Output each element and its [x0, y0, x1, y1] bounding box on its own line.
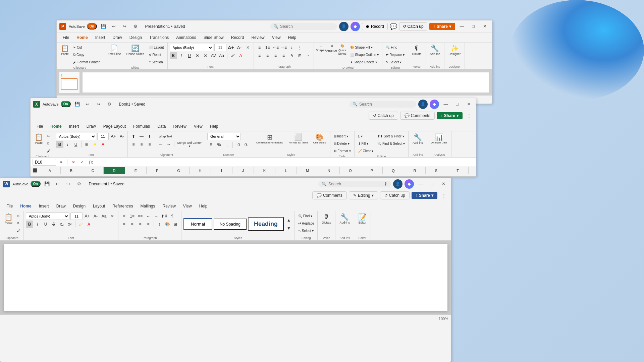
- excel-customize-btn[interactable]: ⚙: [105, 101, 114, 108]
- word-maximize-btn[interactable]: □: [427, 180, 437, 188]
- ppt-menu-transitions[interactable]: Transitions: [146, 34, 172, 41]
- excel-cellstyles-btn[interactable]: 🎨 Cell Styles: [311, 133, 328, 145]
- word-replace-btn[interactable]: ⇄ Replace: [297, 220, 315, 227]
- excel-decfont-btn[interactable]: A-: [118, 133, 125, 140]
- ppt-shadow-btn[interactable]: S: [202, 52, 209, 59]
- word-menu-design[interactable]: Design: [70, 202, 89, 210]
- word-menu-help[interactable]: Help: [196, 202, 211, 210]
- excel-col-J[interactable]: J: [232, 167, 254, 174]
- word-copilot-icon[interactable]: ◆: [405, 179, 414, 189]
- excel-search-box[interactable]: 🔍: [349, 101, 416, 108]
- ppt-designer-btn[interactable]: ✨ Designer: [446, 44, 463, 57]
- word-menu-layout[interactable]: Layout: [90, 202, 108, 210]
- ppt-copilot-icon[interactable]: ◆: [351, 22, 360, 31]
- excel-menu-draw[interactable]: Draw: [83, 123, 99, 130]
- word-dictate-btn[interactable]: 🎙 Dictate: [320, 213, 333, 225]
- ppt-layout-btn[interactable]: ⬜ Layout: [148, 44, 165, 51]
- word-strikethrough-btn[interactable]: S: [50, 221, 57, 228]
- word-minimize-btn[interactable]: —: [416, 180, 425, 188]
- word-menu-file[interactable]: File: [3, 202, 16, 210]
- word-incindt-btn[interactable]: →: [153, 213, 160, 220]
- excel-inc-decimal-btn[interactable]: .0: [234, 141, 242, 148]
- word-addins-btn[interactable]: 🔧 Add-ins: [337, 213, 352, 225]
- ppt-save-btn[interactable]: 💾: [99, 23, 108, 30]
- ppt-search-box[interactable]: 🔍: [270, 23, 337, 30]
- ppt-menu-home[interactable]: Home: [73, 34, 91, 41]
- ppt-section-btn[interactable]: ≡ Section: [148, 59, 165, 65]
- excel-copy-btn[interactable]: ⧉: [46, 140, 52, 147]
- excel-fillcolor-btn[interactable]: A: [91, 141, 99, 148]
- excel-format-btn[interactable]: ⚙ Format ▾: [332, 147, 352, 154]
- word-linespacing-btn[interactable]: ↕: [156, 221, 163, 228]
- excel-menu-view[interactable]: View: [191, 123, 206, 130]
- word-style-heading-btn[interactable]: Heading: [248, 217, 284, 231]
- word-decfont-btn[interactable]: A-: [92, 213, 99, 220]
- excel-comma-btn[interactable]: ,: [223, 141, 231, 148]
- ppt-newslide-btn[interactable]: 📄 New Slide: [105, 44, 123, 57]
- word-avatar[interactable]: 👤: [393, 179, 402, 189]
- excel-confirm-formula-btn[interactable]: ✓: [78, 159, 86, 166]
- word-justify-btn[interactable]: ≡: [145, 221, 152, 228]
- word-select-btn[interactable]: ↖ Select ▾: [297, 227, 315, 234]
- ppt-catchup-btn[interactable]: ↺ Catch up: [399, 22, 427, 31]
- ppt-strikethrough-btn[interactable]: S: [194, 52, 201, 59]
- excel-insert-btn[interactable]: ⊞ Insert ▾: [332, 133, 350, 139]
- word-cut-btn[interactable]: ✂: [15, 213, 21, 219]
- excel-col-R[interactable]: R: [404, 167, 426, 174]
- excel-avatar[interactable]: 👤: [418, 100, 428, 109]
- ppt-main-slide[interactable]: [82, 72, 489, 93]
- word-menu-home[interactable]: Home: [17, 202, 35, 210]
- word-search-box[interactable]: 🔍 🎙: [318, 181, 391, 187]
- excel-col-C[interactable]: C: [82, 167, 104, 174]
- ppt-quickstyles-btn[interactable]: 🎨Quick Styles: [337, 44, 347, 56]
- ppt-font-select[interactable]: Aptos (Body): [170, 44, 213, 51]
- excel-col-Q[interactable]: Q: [383, 167, 404, 174]
- ppt-align-left-btn[interactable]: ≡: [256, 52, 263, 59]
- word-italic-btn[interactable]: I: [34, 221, 41, 228]
- excel-save-btn[interactable]: 💾: [73, 101, 82, 108]
- excel-cut-btn[interactable]: ✂: [46, 133, 52, 139]
- word-menu-mailings[interactable]: Mailings: [137, 202, 158, 210]
- word-superscript-btn[interactable]: x²: [66, 221, 73, 228]
- excel-dec-indent-btn[interactable]: ←: [157, 141, 164, 148]
- excel-comments-btn[interactable]: 💬 Comments: [400, 112, 435, 120]
- word-fontsize-input[interactable]: [70, 213, 83, 220]
- ppt-dec-indent-btn[interactable]: ←≡: [272, 44, 279, 51]
- word-highlight-btn[interactable]: 🖊: [77, 221, 85, 228]
- ppt-arrange-btn[interactable]: ⧉Arrange: [327, 44, 337, 56]
- word-alignright-btn[interactable]: ≡: [137, 221, 144, 228]
- excel-align-right-btn[interactable]: ≡: [146, 141, 153, 148]
- ppt-reuse-btn[interactable]: 🔄 Reuse Slides: [124, 44, 146, 57]
- excel-align-bottom-btn[interactable]: ⬇: [146, 133, 153, 140]
- excel-col-F[interactable]: F: [147, 167, 168, 174]
- word-comments-btn[interactable]: 💬 Comments: [312, 191, 347, 199]
- word-style-normal-btn[interactable]: Normal: [183, 218, 212, 230]
- ppt-paste-btn[interactable]: 📋 Paste: [59, 44, 71, 57]
- ppt-customize-btn[interactable]: ⚙: [131, 23, 140, 30]
- word-styles-down-btn[interactable]: ▼: [285, 225, 292, 232]
- word-search-input[interactable]: [328, 182, 382, 186]
- ppt-redo-btn[interactable]: ↪: [120, 23, 129, 30]
- ppt-avatar[interactable]: 👤: [339, 22, 348, 31]
- excel-formula-input[interactable]: [96, 159, 474, 165]
- excel-currency-btn[interactable]: $: [207, 141, 215, 148]
- excel-search-input[interactable]: [359, 102, 413, 107]
- word-bullets-btn[interactable]: ≡: [120, 213, 128, 220]
- word-more-btn[interactable]: ⋮: [439, 192, 448, 199]
- excel-undo-btn[interactable]: ↩: [84, 101, 92, 108]
- ppt-shapeoutline-btn[interactable]: ⬜ Shape Outline ▾: [349, 51, 380, 58]
- ppt-menu-insert[interactable]: Insert: [92, 34, 109, 41]
- ppt-line-spacing-btn[interactable]: ↕: [288, 44, 296, 51]
- word-underline-btn[interactable]: U: [42, 221, 49, 228]
- ppt-maximize-btn[interactable]: □: [469, 23, 478, 30]
- ppt-undo-btn[interactable]: ↩: [110, 23, 118, 30]
- ppt-underline-btn[interactable]: U: [186, 52, 193, 59]
- ppt-dictate-btn[interactable]: 🎙 Dictate: [410, 44, 424, 57]
- ppt-columns-btn[interactable]: ⋮: [296, 44, 304, 51]
- excel-incfont-btn[interactable]: A+: [110, 133, 117, 140]
- ppt-decrease-font-btn[interactable]: A-: [236, 44, 243, 51]
- excel-menu-review[interactable]: Review: [170, 123, 190, 130]
- excel-formattable-btn[interactable]: ⬜ Format as Table: [286, 133, 310, 145]
- ppt-numbering-btn[interactable]: 1≡: [264, 44, 271, 51]
- ppt-smartart-btn[interactable]: ⊞: [296, 52, 304, 59]
